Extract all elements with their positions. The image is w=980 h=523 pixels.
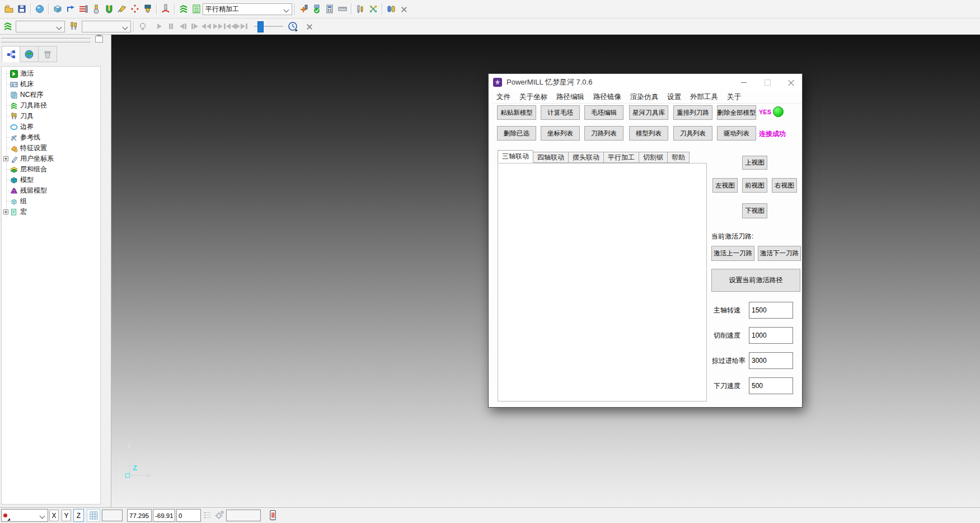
points-button[interactable] — [128, 2, 141, 16]
tree-item-activate[interactable]: 激活 — [2, 68, 100, 79]
float-panel-icon[interactable] — [95, 36, 103, 43]
menu-file[interactable]: 文件 — [492, 92, 515, 102]
coord-x-input[interactable] — [127, 509, 152, 522]
tree-item-boundaries[interactable]: 边界 — [2, 122, 100, 132]
tab-saw[interactable]: 切割锯 — [639, 152, 668, 163]
tab-explorer[interactable] — [2, 46, 20, 62]
toolpath-button[interactable] — [177, 2, 190, 16]
tools-pair-button[interactable] — [354, 2, 367, 16]
model-list-button[interactable]: 模型列表 — [629, 126, 668, 141]
u-channel-button[interactable] — [102, 2, 115, 16]
menu-render-sim[interactable]: 渲染仿真 — [626, 92, 663, 102]
tree-item-models[interactable]: 模型 — [2, 175, 100, 185]
coord-z-input[interactable] — [176, 509, 201, 522]
pencil-curve-button[interactable] — [115, 2, 128, 16]
calculator-button[interactable] — [323, 2, 336, 16]
verify-button[interactable] — [310, 2, 323, 16]
menu-coords[interactable]: 关于坐标 — [515, 92, 552, 102]
tree-item-machine[interactable]: 机床 — [2, 79, 100, 90]
activate-prev-toolpath-button[interactable]: 激活上一刀路 — [711, 246, 754, 261]
rewind-button[interactable] — [200, 20, 212, 33]
simulation-speed-slider[interactable] — [254, 20, 283, 33]
toolpath-list-button[interactable]: 刀路列表 — [584, 126, 623, 141]
tab-3axis[interactable]: 三轴联动 — [498, 150, 533, 163]
close-button[interactable] — [781, 74, 801, 91]
expander-icon[interactable] — [3, 156, 8, 161]
star-tool-button[interactable] — [297, 2, 310, 16]
maximize-button[interactable] — [757, 74, 777, 91]
front-view-button[interactable]: 前视图 — [742, 178, 767, 193]
z-levels-button[interactable] — [77, 2, 90, 16]
menu-path-mirror[interactable]: 路径镜像 — [589, 92, 626, 102]
polyline-button[interactable] — [64, 2, 77, 16]
to-end-button[interactable] — [236, 20, 247, 33]
menu-external-tools[interactable]: 外部工具 — [686, 92, 723, 102]
stock-edit-button[interactable]: 毛坯编辑 — [584, 105, 623, 120]
tree-item-nc-programs[interactable]: NC程序 — [2, 90, 100, 100]
save-button[interactable] — [15, 2, 28, 16]
z-axis-button[interactable]: Z — [73, 509, 84, 522]
tree-item-macros[interactable]: 宏 — [2, 207, 100, 217]
sim-toolbar-close-button[interactable] — [303, 19, 316, 34]
open-button[interactable] — [2, 2, 15, 16]
tree-item-levels-sets[interactable]: 层和组合 — [2, 164, 100, 175]
tab-parallel[interactable]: 平行加工 — [604, 152, 639, 163]
cutting-speed-input[interactable] — [749, 327, 793, 344]
clock-button[interactable] — [287, 19, 299, 34]
step-forward-button[interactable] — [189, 20, 200, 33]
tool-library-button[interactable]: 星河刀具库 — [629, 105, 668, 120]
menu-settings[interactable]: 设置 — [663, 92, 686, 102]
sphere-button[interactable] — [33, 2, 46, 16]
sim-tool-button[interactable] — [67, 19, 80, 34]
probe-position-button[interactable] — [214, 510, 224, 522]
delete-all-models-button[interactable]: 删除全部模型 — [717, 105, 756, 120]
tree-item-patterns[interactable]: 参考线 — [2, 132, 100, 143]
play-button[interactable] — [153, 20, 165, 33]
step-back-button[interactable] — [177, 20, 189, 33]
drill-arc-button[interactable] — [159, 2, 172, 16]
tree-item-feature-sets[interactable]: 特征设置 — [2, 143, 100, 153]
sim-tool-combobox[interactable] — [82, 21, 131, 32]
set-active-path-button[interactable]: 设置当前激活路径 — [711, 269, 800, 292]
left-view-button[interactable]: 左视图 — [712, 178, 738, 193]
tab-tilthead[interactable]: 摆头联动 — [569, 152, 604, 163]
pause-button[interactable] — [165, 20, 177, 33]
ruler-button[interactable] — [336, 2, 349, 16]
tool-holder-button[interactable] — [141, 2, 154, 16]
shading-button[interactable] — [136, 19, 149, 34]
tree-item-stock-models[interactable]: 残留模型 — [2, 185, 100, 196]
grid-size-input[interactable] — [102, 510, 123, 521]
binoculars-button[interactable] — [385, 2, 397, 16]
connection-status-button[interactable] — [268, 510, 278, 523]
tab-4axis[interactable]: 四轴联动 — [533, 152, 569, 163]
tab-web[interactable] — [20, 46, 39, 62]
tree-item-toolpaths[interactable]: 刀具路径 — [2, 100, 100, 111]
panel-gripper[interactable] — [1, 40, 91, 43]
strategy-combobox[interactable]: 平行精加工 — [203, 3, 292, 15]
right-view-button[interactable]: 右视图 — [772, 178, 797, 193]
sim-toolpath-combobox[interactable] — [16, 21, 65, 32]
workplane-combobox[interactable] — [1, 509, 48, 522]
tree-item-workplanes[interactable]: 用户坐标系 — [2, 153, 100, 164]
strategy-list-button[interactable] — [190, 2, 203, 16]
tree-item-groups[interactable]: 组 — [2, 196, 100, 207]
swap-arrows-button[interactable] — [367, 2, 379, 16]
menu-path-edit[interactable]: 路径编辑 — [552, 92, 589, 102]
expander-icon[interactable] — [3, 209, 8, 214]
sim-toolpath-button[interactable] — [1, 19, 14, 34]
skim-feed-input[interactable] — [749, 352, 793, 369]
tool-list-button[interactable]: 刀具列表 — [673, 126, 712, 141]
tree-item-tools[interactable]: 刀具 — [2, 111, 100, 122]
top-view-button[interactable]: 上视图 — [742, 156, 767, 170]
activate-next-toolpath-button[interactable]: 激活下一刀路 — [758, 246, 801, 261]
block-button[interactable] — [51, 2, 64, 16]
minimize-button[interactable] — [734, 74, 754, 91]
y-axis-button[interactable]: Y — [62, 510, 71, 521]
dialog-titlebar[interactable]: PowerMILL 忆梦星河 7.0.6 — [489, 74, 802, 91]
plunge-speed-input[interactable] — [749, 377, 793, 394]
status-field-input[interactable] — [226, 510, 261, 521]
drive-list-button[interactable]: 驱动列表 — [717, 126, 756, 141]
coord-y-input[interactable] — [153, 509, 175, 522]
toolbar-close-button[interactable] — [397, 2, 410, 16]
ball-tool-button[interactable] — [90, 2, 102, 16]
